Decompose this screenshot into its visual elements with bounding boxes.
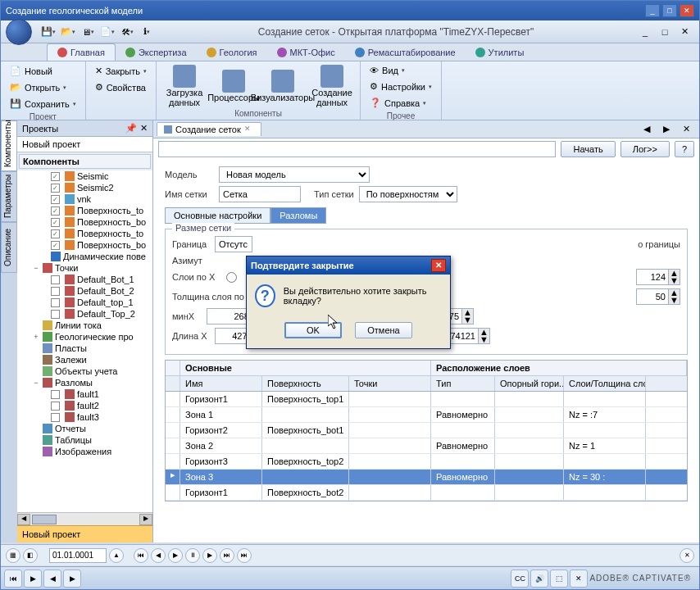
tb-rewind[interactable]: ⏮ bbox=[4, 570, 22, 588]
component-btn-2[interactable]: Визуализаторы bbox=[260, 64, 306, 108]
tb-back[interactable]: ◀ bbox=[43, 570, 61, 588]
outer-min-btn[interactable]: _ bbox=[645, 4, 660, 17]
table-row[interactable]: Горизонт1Поверхность_top1 bbox=[166, 392, 687, 407]
play-icon[interactable]: ▶ bbox=[168, 548, 183, 563]
tree-node[interactable]: fault3 bbox=[17, 411, 152, 423]
boundary-input[interactable] bbox=[215, 236, 252, 252]
start-button[interactable]: Начать bbox=[561, 141, 615, 157]
props-button[interactable]: ⚙ Свойства bbox=[91, 79, 151, 95]
table-row[interactable]: Горизонт3Поверхность_top2 bbox=[166, 454, 687, 470]
col-header[interactable]: Слои/Толщина слоя bbox=[564, 376, 646, 391]
cellsX-spin[interactable] bbox=[636, 269, 669, 285]
table-row[interactable]: Зона 1РавномерноNz = :7 bbox=[166, 407, 687, 423]
dialog-close-icon[interactable]: ✕ bbox=[431, 259, 446, 272]
tree-node[interactable]: Залежи bbox=[17, 354, 152, 365]
open-button[interactable]: 📂 Открыть ▾ bbox=[6, 79, 80, 95]
tree-node[interactable]: fault2 bbox=[17, 400, 152, 411]
col-header[interactable]: Точки bbox=[349, 376, 431, 391]
doctab-close-icon[interactable]: ✕ bbox=[244, 125, 254, 134]
outer-close-btn[interactable]: ✕ bbox=[680, 4, 694, 17]
pause-icon[interactable]: ⏸ bbox=[185, 548, 200, 563]
qat-info-icon[interactable]: ℹ▾ bbox=[138, 24, 156, 40]
gridtype-select[interactable]: По поверхностям bbox=[359, 186, 457, 202]
tree-node[interactable]: Пласты bbox=[17, 343, 152, 354]
component-btn-1[interactable]: Процессоры bbox=[211, 64, 257, 108]
table-row[interactable]: Горизонт1Поверхность_bot2 bbox=[166, 485, 687, 501]
mdi-close-btn[interactable]: ✕ bbox=[675, 24, 693, 40]
cancel-button[interactable]: Отмена bbox=[355, 322, 412, 338]
sidebar-tab-2[interactable]: Описание bbox=[1, 222, 17, 273]
rewind-icon[interactable]: ⏮ bbox=[134, 548, 148, 563]
next-icon[interactable]: ▶ bbox=[202, 548, 217, 563]
tree-node[interactable]: fault1 bbox=[17, 388, 152, 400]
table-row[interactable]: Горизонт2Поверхность_bot1 bbox=[166, 423, 687, 438]
tree-node[interactable]: Объекты учета bbox=[17, 365, 152, 377]
app-orb[interactable] bbox=[6, 19, 32, 45]
tree-hscroll[interactable]: ◀ ▶ bbox=[17, 512, 152, 525]
tb-fwd[interactable]: ▶ bbox=[63, 570, 81, 588]
tree-node[interactable]: Default_Bot_1 bbox=[17, 274, 152, 285]
tree-node[interactable]: +Геологические про bbox=[17, 331, 152, 343]
status-close-icon[interactable]: ✕ bbox=[680, 548, 694, 563]
tree-node[interactable]: Default_top_1 bbox=[17, 297, 152, 308]
settings-button[interactable]: ⚙ Настройки ▾ bbox=[366, 79, 436, 94]
ribbon-tab-2[interactable]: Геология bbox=[197, 43, 267, 61]
table-row[interactable]: Зона 2РавномерноNz = 1 bbox=[166, 438, 687, 454]
ribbon-tab-3[interactable]: МКТ-Офис bbox=[267, 43, 345, 61]
tree-node[interactable]: Default_Bot_2 bbox=[17, 285, 152, 297]
date-field[interactable] bbox=[49, 548, 107, 563]
qat-screen-icon[interactable]: 🖥▾ bbox=[79, 24, 97, 40]
doctab-next[interactable]: ▶ bbox=[657, 121, 675, 138]
subtab-main[interactable]: Основные настройки bbox=[165, 207, 270, 224]
status-icon1[interactable]: ▦ bbox=[6, 548, 20, 563]
qat-save-icon[interactable]: 💾▾ bbox=[39, 24, 57, 40]
tree-node[interactable]: Поверхность_to bbox=[17, 205, 152, 216]
tree-node[interactable]: Seismic2 bbox=[17, 182, 152, 193]
sidebar-pin-icon[interactable]: 📌 bbox=[125, 123, 137, 134]
subtab-faults[interactable]: Разломы bbox=[270, 207, 326, 224]
tree-header[interactable]: Новый проект bbox=[17, 137, 152, 152]
tree-node[interactable]: Seismic bbox=[17, 170, 152, 182]
gridname-input[interactable] bbox=[219, 186, 301, 202]
close-button[interactable]: ✕ Закрыть ▾ bbox=[91, 63, 151, 79]
cellsX-radio[interactable] bbox=[226, 272, 237, 283]
tb-exit[interactable]: ⬚ bbox=[550, 570, 568, 588]
project-footer[interactable]: Новый проект bbox=[17, 525, 152, 542]
tree-node[interactable]: Динамические пове bbox=[17, 251, 152, 262]
component-btn-0[interactable]: Загрузка данных bbox=[161, 64, 207, 108]
layers-grid[interactable]: Основные Расположение слоев ИмяПоверхнос… bbox=[165, 360, 688, 502]
tree-node[interactable]: Поверхность_to bbox=[17, 228, 152, 239]
tree-node[interactable]: Линии тока bbox=[17, 320, 152, 331]
ribbon-tab-1[interactable]: Экспертиза bbox=[116, 43, 197, 61]
run-input[interactable] bbox=[158, 141, 556, 157]
ribbon-tab-0[interactable]: Главная bbox=[47, 43, 116, 61]
runbar-help-button[interactable]: ? bbox=[675, 141, 694, 157]
status-icon2[interactable]: ◧ bbox=[23, 548, 38, 563]
ribbon-tab-4[interactable]: Ремасштабирование bbox=[345, 43, 466, 61]
mdi-max-btn[interactable]: □ bbox=[656, 24, 674, 40]
sidebar-tab-0[interactable]: Компоненты bbox=[1, 120, 17, 171]
qat-open-icon[interactable]: 📂▾ bbox=[59, 24, 77, 40]
outer-max-btn[interactable]: □ bbox=[662, 4, 677, 17]
ribbon-tab-5[interactable]: Утилиты bbox=[466, 43, 534, 61]
doctab-prev[interactable]: ◀ bbox=[638, 121, 656, 138]
sidebar-close-icon[interactable]: ✕ bbox=[140, 123, 148, 134]
tree-node[interactable]: −Точки bbox=[17, 262, 152, 274]
date-up-icon[interactable]: ▲ bbox=[109, 548, 124, 563]
tb-audio[interactable]: 🔊 bbox=[530, 570, 548, 588]
save-button[interactable]: 💾 Сохранить ▾ bbox=[6, 96, 80, 111]
view-button[interactable]: 👁 Вид ▾ bbox=[366, 63, 436, 78]
tree-node[interactable]: Изображения bbox=[17, 446, 152, 457]
end-icon[interactable]: ⏭ bbox=[237, 548, 252, 563]
prev-icon[interactable]: ◀ bbox=[151, 548, 166, 563]
model-select[interactable]: Новая модель bbox=[219, 166, 370, 183]
sidebar-tab-1[interactable]: Параметры bbox=[1, 171, 17, 222]
tb-close[interactable]: ✕ bbox=[570, 570, 588, 588]
ok-button[interactable]: OK bbox=[284, 322, 342, 338]
tree-node[interactable]: Таблицы bbox=[17, 434, 152, 446]
component-btn-3[interactable]: Создание данных bbox=[309, 64, 355, 108]
tree-node[interactable]: −Разломы bbox=[17, 377, 152, 388]
help-button[interactable]: ❓ Справка ▾ bbox=[366, 95, 436, 111]
doctab-closeall[interactable]: ✕ bbox=[677, 121, 695, 138]
tree-node[interactable]: Default_Top_2 bbox=[17, 308, 152, 320]
